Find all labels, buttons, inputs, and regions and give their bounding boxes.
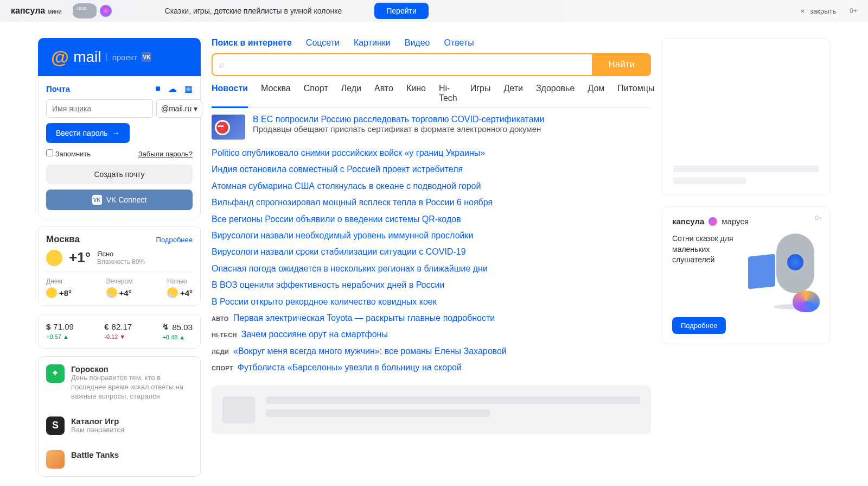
games-catalog-card[interactable]: Каталог Игр Вам понравится [38, 409, 201, 443]
vk-connect-button[interactable]: VK VK Connect [46, 190, 193, 210]
tab-news[interactable]: Новости [212, 84, 248, 108]
oil-icon: ↯ [162, 322, 169, 332]
remember-checkbox[interactable]: Запомнить [46, 149, 91, 158]
cloud-icon[interactable]: ☁ [168, 84, 177, 94]
create-mail-button[interactable]: Создать почту [46, 165, 193, 184]
speaker-icon [776, 233, 814, 293]
at-icon: @ [51, 47, 69, 68]
enter-password-button[interactable]: Ввести пароль → [46, 123, 130, 143]
calendar-icon[interactable]: ▦ [184, 84, 193, 94]
sun-icon [46, 287, 57, 298]
tab-moscow[interactable]: Москва [261, 84, 291, 103]
rings-icon [793, 291, 820, 312]
forecast-night-label: Ночью [167, 277, 193, 285]
capsule-logo-sub: мини [48, 8, 62, 15]
oil-value: 85.03 [172, 323, 193, 332]
tagged-news[interactable]: АВТОПервая электрическая Toyota — раскры… [212, 310, 651, 326]
banner-close[interactable]: × закрыть 0+ [801, 7, 857, 15]
news-link[interactable]: Вирусологи назвали сроки стабилизации си… [212, 244, 651, 260]
stub-line [673, 166, 819, 172]
promo-image [743, 233, 820, 310]
search-tab-video[interactable]: Видео [405, 38, 430, 48]
domain-select[interactable]: @mail.ru ▾ [156, 99, 202, 118]
news-tag: СПОРТ [212, 363, 233, 374]
games-icon [46, 416, 65, 435]
news-link: Зачем россияне орут на смартфоны [241, 326, 388, 343]
speaker-icon [73, 3, 97, 18]
news-link[interactable]: В России открыто рекордное количество ко… [212, 294, 651, 310]
usd-icon: $ [46, 322, 50, 331]
forgot-password-link[interactable]: Забыли пароль? [138, 150, 193, 158]
search-tab-web[interactable]: Поиск в интернете [212, 38, 292, 48]
weather-condition: Ясно [97, 250, 145, 258]
forecast-eve-label: Вечером [106, 277, 133, 285]
moon-cloud-icon [167, 287, 178, 298]
password-btn-label: Ввести пароль [56, 129, 108, 137]
news-tag: ЛЕДИ [212, 346, 229, 358]
mail-section-title[interactable]: Почта [46, 84, 70, 93]
search-input[interactable] [229, 60, 585, 70]
hero-news-image [212, 115, 245, 140]
tagged-news[interactable]: СПОРТФутболиста «Барселоны» увезли в бол… [212, 359, 651, 376]
promo-more-button[interactable]: Подробнее [672, 317, 726, 334]
logo-divider: | [106, 52, 108, 62]
tab-home[interactable]: Дом [588, 84, 604, 103]
banner-text: Сказки, игры, детские плейлисты в умной … [165, 7, 342, 15]
news-link[interactable]: В ВОЗ оценили эффективность нерабочих дн… [212, 277, 651, 293]
forecast-night: Ночью +4° [167, 277, 193, 298]
capsule-logo: капсула мини [11, 6, 62, 16]
news-link[interactable]: Атомная субмарина США столкнулась в океа… [212, 178, 651, 194]
tab-kids[interactable]: Дети [503, 84, 522, 103]
news-link[interactable]: Politico опубликовало снимки российских … [212, 145, 651, 161]
ad-placeholder [662, 38, 830, 195]
news-tag: АВТО [212, 313, 229, 325]
login-card: Почта ■ ☁ ▦ @mail.ru ▾ Ввести пароль → [38, 76, 201, 218]
search-tab-answers[interactable]: Ответы [444, 38, 474, 48]
battle-tanks-card[interactable]: Battle Tanks [38, 443, 201, 477]
rate-oil[interactable]: ↯85.03 +0.48 ▲ [162, 322, 193, 340]
login-input[interactable] [46, 99, 153, 118]
search-tab-images[interactable]: Картинки [354, 38, 391, 48]
tab-lady[interactable]: Леди [341, 84, 361, 103]
tagged-news[interactable]: ЛЕДИ«Вокруг меня всегда много мужчин»: в… [212, 343, 651, 359]
news-link[interactable]: Вильфанд спрогнозировал мощный всплеск т… [212, 194, 651, 211]
tab-hitech[interactable]: Hi-Tech [439, 84, 457, 103]
vk-icon: VK [92, 195, 102, 205]
banner-cta-button[interactable]: Перейти [374, 3, 428, 19]
horoscope-card[interactable]: Гороскоп День понравится тем, кто в посл… [38, 356, 201, 409]
tab-games[interactable]: Игры [470, 84, 491, 103]
forecast-day: Днем +8° [46, 277, 72, 298]
weather-temp: +1° [69, 249, 91, 266]
news-link[interactable]: Опасная погода ожидается в нескольких ре… [212, 261, 651, 277]
tab-kino[interactable]: Кино [406, 84, 426, 103]
news-link[interactable]: Индия остановила совместный с Россией пр… [212, 161, 651, 178]
tab-pets[interactable]: Питомцы [617, 84, 654, 103]
rate-eur[interactable]: €82.17 -0.12 ▼ [104, 322, 132, 340]
news-link[interactable]: Вирусологи назвали необходимый уровень и… [212, 228, 651, 244]
tagged-news[interactable]: HI-TECHЗачем россияне орут на смартфоны [212, 326, 651, 343]
news-tag: HI-TECH [212, 330, 237, 341]
forecast-eve-temp: +4° [119, 288, 132, 298]
hero-news[interactable]: В ЕС попросили Россию расследовать торго… [212, 115, 651, 140]
forecast-night-temp: +4° [180, 288, 193, 298]
search-tab-social[interactable]: Соцсети [306, 38, 340, 48]
forecast-day-temp: +8° [59, 288, 72, 298]
rate-usd[interactable]: $71.09 +0.57 ▲ [46, 322, 74, 340]
tab-health[interactable]: Здоровье [536, 84, 575, 103]
close-label: закрыть [810, 7, 836, 15]
mail-logo-box[interactable]: @ mail | проект VK [38, 38, 201, 76]
proekt-label: проект [112, 53, 138, 62]
eur-value: 82.17 [112, 322, 132, 331]
forecast-evening: Вечером +4° [106, 277, 133, 298]
horoscope-title: Гороскоп [71, 364, 193, 374]
tab-auto[interactable]: Авто [374, 84, 393, 103]
books-icon [748, 254, 775, 289]
news-link[interactable]: Все регионы России объявили о введении с… [212, 211, 651, 228]
tab-sport[interactable]: Спорт [304, 84, 328, 103]
weather-more-link[interactable]: Подробнее [156, 236, 193, 244]
search-button[interactable]: Найти [592, 53, 651, 76]
battle-tanks-title: Battle Tanks [71, 450, 119, 459]
video-icon[interactable]: ■ [155, 84, 161, 94]
loading-stub [212, 386, 651, 434]
moon-cloud-icon [106, 287, 117, 298]
